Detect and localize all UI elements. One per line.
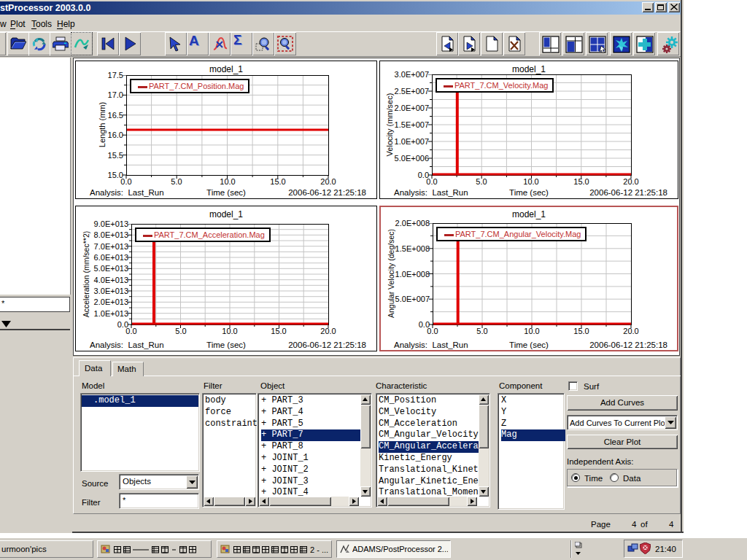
svg-text:2 - ...: 2 - ... [310,545,328,554]
